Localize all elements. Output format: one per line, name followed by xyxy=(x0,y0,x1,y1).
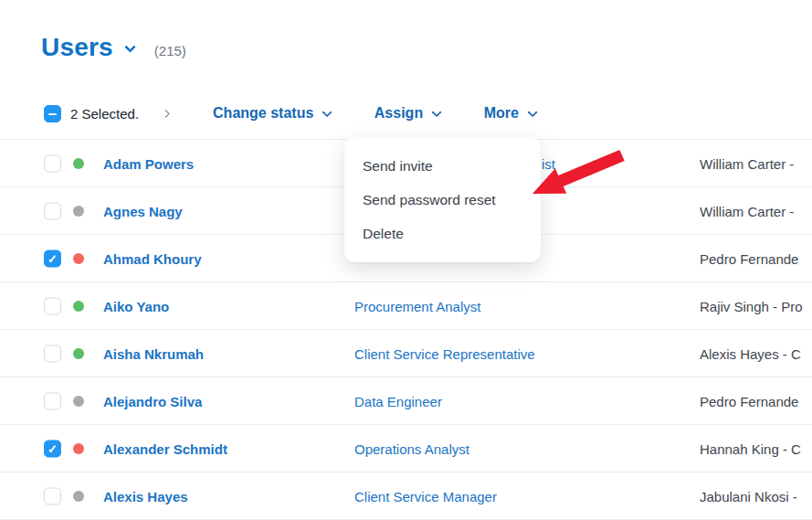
table-row: Alejandro SilvaData EngineerPedro Fernan… xyxy=(0,377,812,425)
manager-cell: William Carter - xyxy=(700,203,794,218)
user-name-link[interactable]: Aiko Yano xyxy=(103,298,169,313)
actions-dropdown-menu: Send inviteSend password resetDelete xyxy=(344,137,541,262)
users-page: Users (215) 2 Selected. Change status As… xyxy=(0,0,812,520)
page-title: Users xyxy=(41,33,113,62)
menu-item-send-invite[interactable]: Send invite xyxy=(344,149,541,183)
manager-cell: Pedro Fernande xyxy=(700,250,798,266)
job-title-link[interactable]: Procurement Analyst xyxy=(354,298,480,313)
status-dot-green xyxy=(73,348,84,359)
row-checkbox[interactable] xyxy=(44,345,61,362)
status-dot-gray xyxy=(73,206,84,217)
user-count: (215) xyxy=(154,43,186,58)
status-dot-gray xyxy=(73,396,84,407)
job-title-link[interactable]: Operations Analyst xyxy=(354,440,469,456)
user-name-link[interactable]: Alejandro Silva xyxy=(103,393,202,409)
chevron-down-icon xyxy=(432,107,442,117)
table-row: ✓Alexander SchmidtOperations AnalystHann… xyxy=(0,425,812,472)
manager-cell: Hannah King - C xyxy=(700,440,801,456)
status-dot-red xyxy=(73,443,84,454)
selected-count-label: 2 Selected. xyxy=(70,106,139,122)
user-name-link[interactable]: Alexis Hayes xyxy=(103,488,188,504)
table-row: Aiko YanoProcurement AnalystRajiv Singh … xyxy=(0,282,812,330)
job-title-link[interactable]: Data Engineer xyxy=(354,393,442,409)
status-dot-gray xyxy=(73,491,84,502)
user-name-link[interactable]: Aisha Nkrumah xyxy=(103,345,204,361)
user-name-link[interactable]: Ahmad Khoury xyxy=(103,250,202,266)
row-checkbox[interactable] xyxy=(44,297,61,314)
bulk-action-toolbar: 2 Selected. Change status Assign More xyxy=(44,95,535,132)
chevron-down-icon xyxy=(527,107,537,117)
table-row: Alexis HayesClient Service ManagerJabula… xyxy=(0,472,812,520)
manager-cell: William Carter - xyxy=(700,155,794,171)
status-dot-red xyxy=(73,253,84,264)
chevron-right-icon xyxy=(162,109,171,118)
job-title-link[interactable]: Client Service Manager xyxy=(354,488,497,504)
menu-item-delete[interactable]: Delete xyxy=(344,217,541,250)
assign-button[interactable]: Assign xyxy=(374,105,440,122)
chevron-down-icon[interactable] xyxy=(124,41,136,53)
row-checkbox[interactable] xyxy=(44,392,61,409)
manager-cell: Alexis Hayes - C xyxy=(700,345,801,361)
change-status-label: Change status xyxy=(213,105,313,122)
user-name-link[interactable]: Alexander Schmidt xyxy=(103,440,227,456)
menu-item-send-password-reset[interactable]: Send password reset xyxy=(344,183,541,217)
chevron-down-icon xyxy=(322,107,332,117)
job-title-link[interactable]: Client Service Representative xyxy=(354,345,535,361)
manager-cell: Jabulani Nkosi - xyxy=(700,488,797,504)
more-button[interactable]: More xyxy=(484,105,536,122)
job-title-partial: ist xyxy=(542,155,555,171)
user-name-link[interactable]: Agnes Nagy xyxy=(103,203,183,218)
assign-label: Assign xyxy=(374,105,423,122)
change-status-button[interactable]: Change status xyxy=(213,105,331,122)
row-checkbox[interactable] xyxy=(44,487,61,504)
select-all-checkbox[interactable] xyxy=(44,105,61,122)
status-dot-green xyxy=(73,301,84,312)
page-header: Users (215) xyxy=(41,33,186,62)
manager-cell: Rajiv Singh - Pro xyxy=(700,298,803,313)
user-name-link[interactable]: Adam Powers xyxy=(103,155,194,171)
row-checkbox[interactable]: ✓ xyxy=(44,440,61,457)
row-checkbox[interactable] xyxy=(44,202,61,219)
status-dot-green xyxy=(73,158,84,169)
more-label: More xyxy=(484,105,519,122)
manager-cell: Pedro Fernande xyxy=(700,393,798,409)
table-row: Aisha NkrumahClient Service Representati… xyxy=(0,330,812,377)
row-checkbox[interactable] xyxy=(44,154,61,172)
row-checkbox[interactable]: ✓ xyxy=(44,249,61,267)
